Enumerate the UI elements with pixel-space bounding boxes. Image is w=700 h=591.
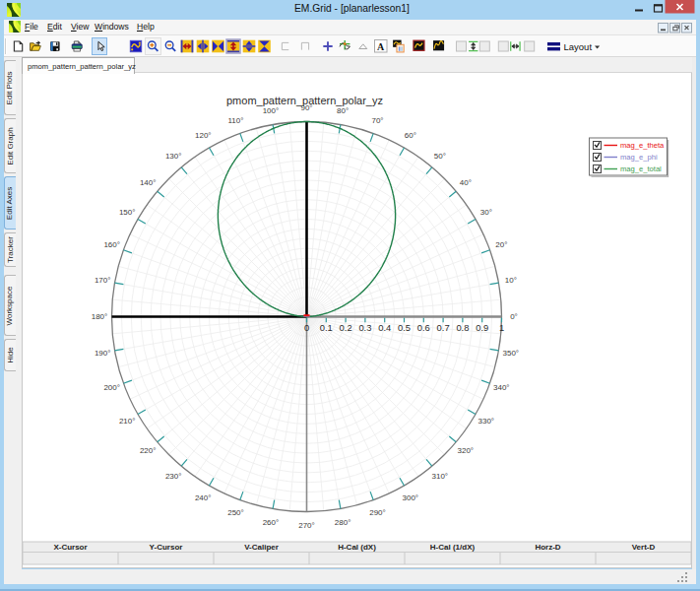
svg-text:170°: 170° bbox=[95, 276, 111, 285]
svg-text:290°: 290° bbox=[369, 508, 386, 517]
svg-text:mag_e_total: mag_e_total bbox=[620, 164, 662, 173]
svg-text:0.7: 0.7 bbox=[437, 322, 450, 333]
svg-text:200°: 200° bbox=[103, 383, 120, 392]
svg-text:280°: 280° bbox=[335, 518, 351, 527]
svg-text:190°: 190° bbox=[95, 349, 111, 358]
svg-text:130°: 130° bbox=[165, 152, 182, 161]
svg-text:mag_e_theta: mag_e_theta bbox=[620, 141, 665, 150]
svg-text:230°: 230° bbox=[165, 472, 182, 481]
svg-text:220°: 220° bbox=[140, 446, 157, 455]
svg-text:350°: 350° bbox=[503, 349, 520, 358]
svg-text:H-Cal (dX): H-Cal (dX) bbox=[338, 543, 376, 552]
svg-text:260°: 260° bbox=[263, 518, 280, 527]
svg-text:320°: 320° bbox=[458, 446, 475, 455]
svg-text:100°: 100° bbox=[263, 106, 280, 115]
svg-text:50°: 50° bbox=[434, 152, 446, 161]
svg-text:0.2: 0.2 bbox=[340, 322, 352, 333]
svg-text:240°: 240° bbox=[195, 493, 212, 502]
svg-text:0.5: 0.5 bbox=[398, 322, 411, 333]
svg-text:1: 1 bbox=[499, 322, 504, 333]
svg-text:0°: 0° bbox=[510, 312, 518, 321]
svg-text:110°: 110° bbox=[228, 116, 244, 125]
svg-text:0.1: 0.1 bbox=[320, 322, 333, 333]
svg-text:pmom_pattern_pattern_polar_yz: pmom_pattern_pattern_polar_yz bbox=[226, 95, 383, 106]
svg-text:180°: 180° bbox=[92, 312, 108, 321]
svg-text:0.4: 0.4 bbox=[378, 322, 391, 333]
svg-text:250°: 250° bbox=[227, 508, 244, 517]
svg-text:X-Cursor: X-Cursor bbox=[53, 543, 87, 552]
svg-text:60°: 60° bbox=[405, 131, 416, 140]
svg-text:70°: 70° bbox=[371, 116, 383, 125]
svg-text:30°: 30° bbox=[480, 208, 492, 217]
svg-text:120°: 120° bbox=[195, 131, 212, 140]
svg-text:Vert-D: Vert-D bbox=[632, 543, 656, 552]
svg-text:340°: 340° bbox=[493, 383, 510, 392]
svg-text:270°: 270° bbox=[298, 521, 315, 530]
svg-text:0.3: 0.3 bbox=[358, 322, 371, 333]
svg-text:310°: 310° bbox=[432, 472, 449, 481]
svg-text:Y-Cursor: Y-Cursor bbox=[150, 543, 183, 552]
svg-text:140°: 140° bbox=[140, 178, 157, 187]
svg-text:330°: 330° bbox=[478, 417, 495, 426]
svg-text:80°: 80° bbox=[337, 106, 349, 115]
svg-text:150°: 150° bbox=[119, 208, 136, 217]
svg-text:300°: 300° bbox=[403, 493, 419, 502]
svg-text:160°: 160° bbox=[103, 240, 120, 249]
svg-text:0: 0 bbox=[304, 322, 309, 333]
svg-text:V-Caliper: V-Caliper bbox=[244, 543, 279, 552]
svg-text:0.8: 0.8 bbox=[456, 322, 469, 333]
svg-text:10°: 10° bbox=[505, 276, 517, 285]
svg-text:Horz-D: Horz-D bbox=[535, 543, 560, 552]
svg-text:210°: 210° bbox=[119, 417, 136, 426]
svg-text:0.6: 0.6 bbox=[417, 322, 430, 333]
svg-text:0.9: 0.9 bbox=[476, 322, 488, 333]
svg-text:H-Cal (1/dX): H-Cal (1/dX) bbox=[430, 543, 476, 552]
svg-text:20°: 20° bbox=[495, 240, 507, 249]
svg-text:mag_e_phi: mag_e_phi bbox=[620, 153, 658, 162]
svg-text:40°: 40° bbox=[460, 178, 472, 187]
